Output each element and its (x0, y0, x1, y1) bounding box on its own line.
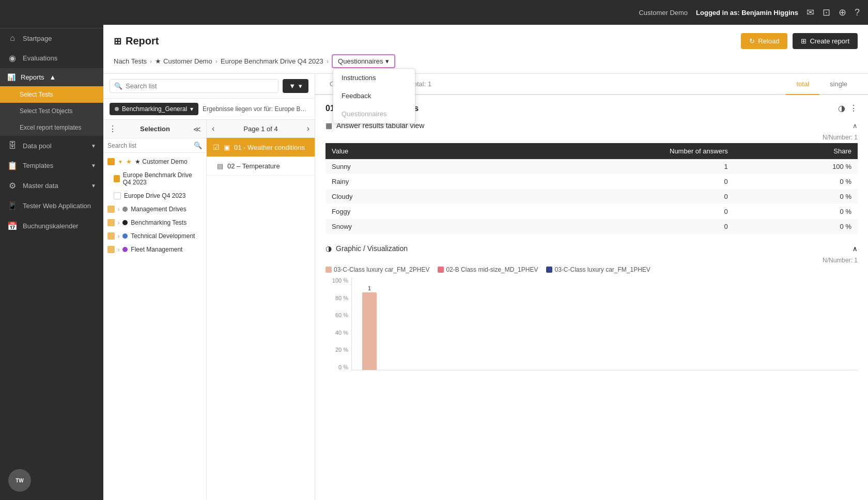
tree-search-input[interactable] (107, 142, 191, 149)
dropdown-chevron-icon: ▾ (385, 57, 389, 65)
teamware-logo-area: TW (0, 461, 103, 500)
sidebar-item-master-data[interactable]: ⚙ Master data ▼ (0, 176, 103, 196)
evaluations-icon: ◉ (7, 53, 18, 63)
col-value: Value (326, 143, 456, 159)
y-label-100: 100 % (332, 277, 348, 284)
cell-count: 0 (456, 189, 734, 204)
cell-share: 100 % (734, 159, 858, 174)
logout-icon[interactable]: ⊡ (823, 7, 830, 18)
globe-icon[interactable]: ⊕ (839, 7, 846, 18)
right-panel: Comp Questionnaires total: 1 total singl… (315, 74, 868, 500)
tree-options-icon[interactable]: ⋮ (109, 124, 117, 134)
checkbox-europe-benchmark[interactable] (114, 175, 120, 182)
sidebar-item-select-test-objects[interactable]: Select Test Objects (0, 103, 103, 119)
cell-count: 0 (456, 219, 734, 234)
tree-item-europe-benchmark-q4[interactable]: Europe Benchmark Drive Q4 2023 (103, 168, 206, 189)
search-input[interactable] (126, 82, 274, 90)
create-report-button[interactable]: ⊞ Create report (793, 33, 858, 49)
checkbox-customer-demo[interactable] (107, 158, 115, 165)
legend-color-car1 (326, 267, 332, 273)
sidebar-item-tester-web-app[interactable]: 📱 Tester Web Application (0, 196, 103, 216)
checkbox-benchmarking-tests[interactable] (107, 219, 115, 226)
reload-icon: ↻ (749, 37, 755, 45)
sidebar-item-excel-report-templates[interactable]: Excel report templates (0, 119, 103, 136)
tester-web-app-icon: 📱 (7, 201, 18, 211)
logged-in-label: Logged in as: Benjamin Higgins (696, 9, 798, 17)
legend-label-car3: 03-C-Class luxury car_FM_1PHEV (554, 266, 650, 273)
test-item-weather-conditions[interactable]: ☑ ▣ 01 - Weather conditions (207, 138, 315, 157)
benchmark-select[interactable]: Benchmarking_General ▾ (110, 103, 198, 115)
left-panel: 🔍 ▼ ▾ Benchmarking_General ▾ Ergebnisse … (103, 74, 315, 500)
test-item-temperature[interactable]: ▤ 02 – Temperature (207, 157, 315, 176)
dropdown-item-instructions[interactable]: Instructions (333, 69, 415, 87)
legend-label-car1: 03-C-Class luxury car_FM_2PHEV (334, 266, 429, 273)
topbar: Customer Demo Logged in as: Benjamin Hig… (0, 0, 868, 25)
sidebar-item-startpage[interactable]: ⌂ Startpage (0, 28, 103, 48)
left-panel-split: ⋮ Selection ≪ 🔍 ▼ ★ ★ C (103, 120, 315, 500)
legend-item-car1: 03-C-Class luxury car_FM_2PHEV (326, 266, 429, 273)
benchmarking-row: Benchmarking_General ▾ Ergebnisse liegen… (103, 99, 315, 120)
tree-item-fleet-management[interactable]: › Fleet Management (103, 243, 206, 256)
section-chart-button[interactable]: ◑ (838, 103, 845, 113)
tree-panel-header: ⋮ Selection ≪ (103, 120, 206, 138)
checkbox-technical-dev[interactable] (107, 232, 115, 240)
tests-panel: ‹ Page 1 of 4 › ☑ ▣ 01 - Weather conditi… (207, 120, 315, 500)
benchmark-dot (115, 107, 119, 111)
dropdown-item-questionnaires: Questionnaires (333, 105, 415, 123)
filter-dropdown-icon: ▾ (299, 82, 302, 90)
search-box: 🔍 (110, 79, 278, 93)
sidebar-item-evaluations[interactable]: ◉ Evaluations (0, 48, 103, 68)
sidebar-item-select-tests[interactable]: Select Tests (0, 86, 103, 103)
pagination-prev-button[interactable]: ‹ (212, 124, 214, 133)
chart-block-collapse-icon[interactable]: ∧ (853, 245, 858, 253)
sidebar: ∧∨∧ ≡ ⌂ Startpage ◉ Evaluations 📊 Report… (0, 0, 103, 500)
cell-value: Sunny (326, 159, 456, 174)
tab-total[interactable]: total (786, 74, 819, 95)
help-icon[interactable]: ? (855, 7, 860, 18)
section-more-button[interactable]: ⋮ (849, 103, 858, 113)
tree-panel: ⋮ Selection ≪ 🔍 ▼ ★ ★ C (103, 120, 207, 500)
benchmarking-dot (122, 220, 128, 225)
sidebar-item-reports[interactable]: 📊 Reports ▲ (0, 68, 103, 86)
answer-block-collapse-icon[interactable]: ∧ (853, 122, 858, 130)
reports-icon: 📊 (7, 73, 16, 81)
dropdown-item-feedback[interactable]: Feedback (333, 87, 415, 105)
col-share: Share (734, 143, 858, 159)
tab-single[interactable]: single (819, 74, 858, 95)
tree-collapse-icon[interactable]: ≪ (193, 125, 201, 133)
tree-item-europe-drive-q4[interactable]: Europe Drive Q4 2023 (103, 189, 206, 202)
tests-pagination: ‹ Page 1 of 4 › (207, 120, 315, 138)
table-row: Sunny1100 % (326, 159, 858, 174)
checkbox-management-drives[interactable] (107, 206, 115, 213)
table-icon: ▦ (326, 121, 332, 130)
legend-color-car2 (438, 267, 444, 273)
sidebar-item-templates[interactable]: 📋 Templates ▼ (0, 155, 103, 176)
pagination-next-button[interactable]: › (307, 124, 309, 133)
sidebar-item-data-pool[interactable]: 🗄 Data pool ▼ (0, 136, 103, 155)
home-icon: ⌂ (7, 34, 18, 43)
bar-group-sunny: 1 (362, 285, 377, 370)
tree-item-management-drives[interactable]: › Management Drives (103, 202, 206, 216)
filter-button[interactable]: ▼ ▾ (283, 79, 308, 93)
breadcrumb-customer-demo[interactable]: ★ Customer Demo (155, 57, 212, 65)
questionnaires-dropdown-menu: Instructions Feedback Questionnaires (333, 68, 415, 123)
answer-block: ▦ Answer results tabular view ∧ N/Number… (326, 121, 858, 234)
chart-bars-container: 1 (351, 277, 858, 370)
questionnaires-dropdown[interactable]: Questionnaires ▾ Instructions Feedback Q… (332, 54, 395, 68)
checkbox-fleet-management[interactable] (107, 246, 115, 253)
reload-button[interactable]: ↻ Reload (741, 33, 787, 49)
sidebar-item-buchungskalender[interactable]: 📅 Buchungskalender (0, 216, 103, 236)
tree-item-customer-demo[interactable]: ▼ ★ ★ Customer Demo (103, 155, 206, 168)
breadcrumb-nach-tests[interactable]: Nach Tests (114, 57, 147, 65)
tree-item-technical-development[interactable]: › Technical Development (103, 229, 206, 243)
technical-dot (122, 233, 128, 239)
checkbox-europe-drive[interactable] (114, 192, 121, 199)
tree-item-benchmarking-tests[interactable]: › Benchmarking Tests (103, 216, 206, 229)
tab-spacer (436, 74, 786, 94)
test-type-questionnaire-icon: ▣ (224, 144, 230, 151)
bar-value-label: 1 (368, 285, 371, 291)
breadcrumb-europe-benchmark[interactable]: Europe Benchmark Drive Q4 2023 (221, 57, 323, 65)
y-label-0: 0 % (338, 364, 348, 370)
mail-icon[interactable]: ✉ (807, 7, 814, 18)
breadcrumb-sep-2: › (215, 57, 218, 65)
